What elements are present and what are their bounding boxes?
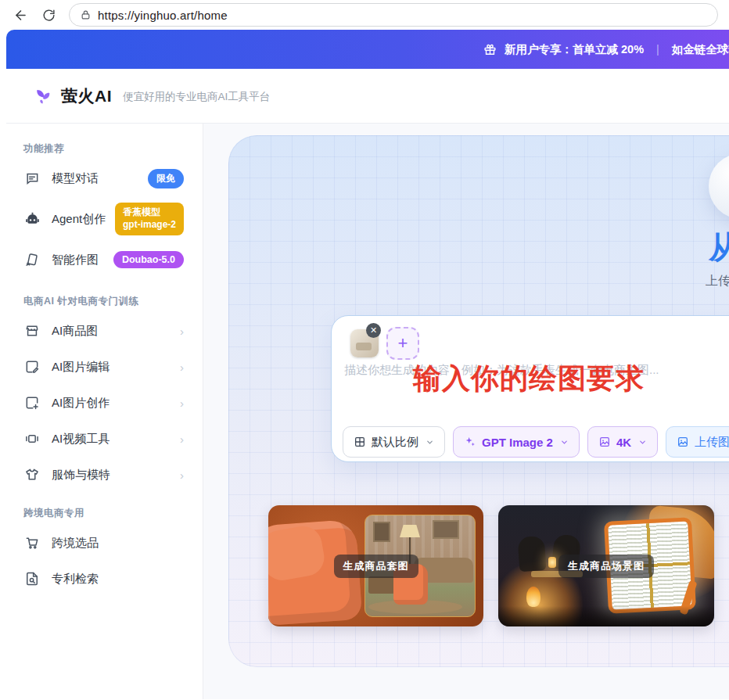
brand-name: 萤火AI — [61, 85, 112, 107]
sidebar-item-crossborder-picks[interactable]: 跨境选品 — [6, 525, 203, 561]
sidebar-item-patent-search[interactable]: 专利检索 — [6, 561, 203, 597]
image-add-icon — [23, 394, 41, 411]
sidebar-section-title-ecommerce: 电商AI 针对电商专门训练 — [6, 287, 203, 313]
sidebar-item-label: AI图片创作 — [52, 396, 110, 411]
model-badge-line2: gpt-image-2 — [123, 219, 176, 232]
chevron-down-icon — [426, 438, 434, 447]
image-upload-icon — [677, 436, 689, 448]
storefront-icon — [23, 322, 41, 339]
main-content: 从 上传产 ✕ + 描述你想生成的内容，例如：为这款手表生成一套电商主图... … — [203, 124, 729, 699]
robot-icon — [23, 210, 41, 228]
lock-icon — [81, 9, 91, 20]
chevron-down-icon — [560, 438, 569, 447]
chevron-right-icon: › — [180, 325, 184, 338]
sidebar-item-fashion-model[interactable]: 服饰与模特 › — [6, 457, 203, 493]
promo-divider: | — [652, 43, 664, 56]
browser-toolbar: https://yinghuo.art/home — [0, 0, 729, 30]
sidebar-item-image-edit[interactable]: AI图片编辑 › — [6, 349, 203, 385]
chevron-right-icon: › — [180, 433, 184, 446]
example-card-label: 生成商品套图 — [334, 555, 418, 578]
composer-toolbar: 默认比例 GPT Image 2 — [343, 426, 729, 458]
hero-heading: 从 — [709, 226, 729, 269]
sparkles-icon — [464, 436, 476, 448]
sidebar-item-agent-create[interactable]: Agent创作 香蕉模型 gpt-image-2 — [6, 196, 203, 242]
sidebar-section-title-crossborder: 跨境电商专用 — [6, 499, 203, 525]
example-art-fire — [526, 587, 540, 607]
grid-icon — [354, 436, 366, 448]
chevron-right-icon: › — [180, 361, 184, 374]
ratio-label: 默认比例 — [372, 435, 418, 450]
sidebar-item-image-create[interactable]: AI图片创作 › — [6, 385, 203, 421]
sidebar-item-label: AI商品图 — [52, 324, 98, 339]
example-card-label: 生成商品场景图 — [558, 555, 654, 578]
address-bar[interactable]: https://yinghuo.art/home — [69, 3, 718, 27]
image-icon — [598, 436, 611, 448]
prompt-composer: ✕ + 描述你想生成的内容，例如：为这款手表生成一套电商主图... 输入你的绘图… — [331, 315, 729, 462]
chat-icon — [23, 170, 41, 187]
sidebar-item-label: 跨境选品 — [52, 536, 99, 551]
tshirt-icon — [23, 466, 41, 483]
example-art-lantern — [548, 557, 556, 568]
sidebar-item-label: 服饰与模特 — [52, 468, 110, 483]
add-image-button[interactable]: + — [386, 327, 419, 360]
remove-image-icon[interactable]: ✕ — [366, 323, 381, 338]
cart-icon — [23, 534, 41, 551]
model-badge: 香蕉模型 gpt-image-2 — [115, 203, 184, 235]
hero-subheading: 上传产 — [706, 273, 729, 289]
sidebar-item-label: 智能作图 — [52, 253, 99, 267]
hero-panel: 从 上传产 ✕ + 描述你想生成的内容，例如：为这款手表生成一套电商主图... … — [228, 135, 729, 667]
sidebar-item-label: 模型对话 — [52, 171, 99, 186]
resolution-label: 4K — [616, 436, 631, 449]
promo-banner[interactable]: 新用户专享：首单立减 20% | 如金链全球套 — [6, 30, 729, 69]
sidebar: 功能推荐 模型对话 限免 Agent创作 香蕉模型 gpt-image-2 — [6, 124, 203, 699]
ratio-select-button[interactable]: 默认比例 — [343, 426, 445, 458]
example-card-product-set[interactable]: 生成商品套图 — [268, 505, 483, 626]
example-card-product-scene[interactable]: 生成商品场景图 — [498, 505, 714, 626]
back-icon[interactable] — [13, 7, 28, 23]
brand-logo-icon — [31, 85, 53, 107]
reload-icon[interactable] — [41, 7, 56, 23]
example-art-person — [518, 536, 547, 572]
brand-tagline: 便宜好用的专业电商AI工具平台 — [123, 88, 270, 104]
url-text: https://yinghuo.art/home — [98, 9, 228, 22]
example-art-ground — [498, 606, 714, 626]
app-header: 萤火AI 便宜好用的专业电商AI工具平台 — [6, 69, 729, 124]
video-icon — [23, 430, 41, 447]
doc-search-icon — [23, 570, 41, 587]
model-label: GPT Image 2 — [482, 436, 553, 449]
magic-draw-icon — [23, 251, 41, 268]
model-select-button[interactable]: GPT Image 2 — [453, 426, 580, 458]
sidebar-item-product-image[interactable]: AI商品图 › — [6, 313, 203, 349]
chevron-right-icon: › — [180, 397, 184, 410]
sidebar-item-video-tools[interactable]: AI视频工具 › — [6, 421, 203, 457]
sidebar-item-label: AI视频工具 — [52, 432, 110, 447]
sidebar-item-smart-draw[interactable]: 智能作图 Doubao-5.0 — [6, 242, 203, 278]
upload-label: 上传图片 — [695, 435, 729, 450]
doubao-badge: Doubao-5.0 — [113, 251, 184, 268]
chevron-right-icon: › — [180, 468, 184, 482]
promo-text-main: 新用户专享：首单立减 20% — [505, 42, 644, 57]
model-badge-line1: 香蕉模型 — [123, 206, 176, 219]
gift-icon — [483, 43, 497, 56]
sidebar-item-model-chat[interactable]: 模型对话 限免 — [6, 160, 203, 196]
decorative-sphere — [709, 153, 729, 219]
sidebar-item-label: 专利检索 — [52, 572, 99, 587]
sidebar-section-title-recommended: 功能推荐 — [6, 135, 203, 160]
image-edit-icon — [23, 358, 41, 375]
annotation-text: 输入你的绘图要求 — [413, 360, 645, 398]
free-badge: 限免 — [148, 169, 184, 188]
promo-text-secondary: 如金链全球套 — [672, 42, 729, 57]
resolution-select-button[interactable]: 4K — [587, 426, 658, 458]
sidebar-item-label: Agent创作 — [52, 212, 106, 227]
chevron-down-icon — [638, 438, 647, 447]
app-window: 新用户专享：首单立减 20% | 如金链全球套 萤火AI 便宜好用的专业电商AI… — [6, 30, 729, 700]
upload-image-button[interactable]: 上传图片 — [666, 426, 729, 458]
sidebar-item-label: AI图片编辑 — [52, 360, 110, 375]
